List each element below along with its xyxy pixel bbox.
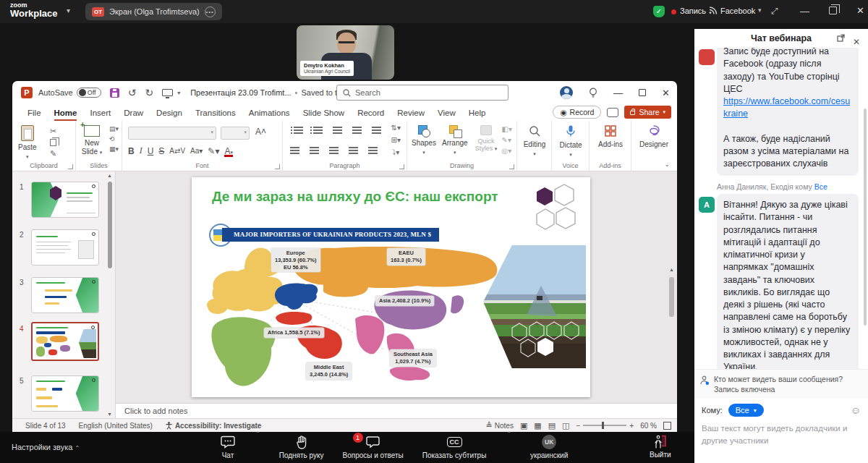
tab-design[interactable]: Design — [150, 106, 189, 119]
zoom-slider[interactable]: −+ — [576, 422, 634, 430]
change-case-icon[interactable]: Aa▾ — [190, 147, 203, 155]
notes-pane[interactable]: Click to add notes — [116, 403, 677, 418]
undo-icon[interactable]: ↺ — [128, 87, 137, 98]
tab-transitions[interactable]: Transitions — [189, 106, 242, 119]
share-button[interactable]: Share ▾ — [624, 106, 671, 119]
smartart-icon[interactable]: ⤵▾ — [391, 148, 401, 156]
tab-home[interactable]: Home — [48, 106, 84, 119]
font-color-button[interactable]: A▾ — [224, 146, 233, 156]
tab-slideshow[interactable]: Slide Show — [297, 106, 352, 119]
recipient-select[interactable]: Все▾ — [728, 404, 764, 417]
tab-insert[interactable]: Insert — [83, 106, 117, 119]
increase-font-icon[interactable]: A˄ — [255, 127, 266, 137]
italic-button[interactable]: I — [140, 145, 142, 156]
reset-icon[interactable]: ⟲ — [109, 135, 119, 143]
ribbon-options-chevron[interactable]: ▾ — [177, 90, 180, 96]
slide-thumbnail-3[interactable] — [31, 277, 99, 313]
pop-out-icon[interactable] — [837, 34, 845, 42]
align-text-icon[interactable]: ⊞▾ — [391, 136, 401, 144]
facebook-link[interactable]: https://www.facebook.com/cesukraine — [723, 96, 850, 119]
line-spacing-icon[interactable] — [372, 127, 381, 128]
search-input[interactable]: Search — [336, 85, 509, 101]
window-minimize-button[interactable]: — — [800, 6, 809, 17]
editing-button[interactable]: Editing▾ — [521, 125, 548, 157]
fullscreen-icon[interactable]: ⤢ — [771, 6, 778, 16]
highlight-icon[interactable]: ✎▾ — [208, 146, 219, 156]
shared-screen-tab[interactable]: OT Экран (Olga Trofimtseva) ••• — [85, 3, 222, 20]
autosave-toggle[interactable]: AutoSave Off — [38, 88, 101, 98]
window-restore-button[interactable] — [829, 7, 837, 14]
language-status[interactable]: English (United States) — [79, 422, 153, 430]
view-normal-icon[interactable]: ▣ — [520, 421, 527, 430]
chevron-down-icon[interactable]: ▾ — [67, 7, 70, 14]
tab-view[interactable]: View — [431, 106, 462, 119]
designer-button[interactable]: Designer — [639, 125, 669, 149]
shapes-button[interactable]: Shapes▾ — [412, 125, 436, 156]
record-button[interactable]: ◉ Record — [553, 106, 601, 119]
dialog-launcher-icon[interactable] — [509, 164, 514, 169]
format-painter-icon[interactable]: ✎ — [50, 149, 56, 158]
font-size-select[interactable] — [221, 127, 250, 140]
text-direction-icon[interactable]: ⇅▾ — [391, 124, 401, 132]
strikethrough-button[interactable]: S — [158, 146, 164, 156]
bullets-icon[interactable] — [294, 127, 303, 128]
tab-draw[interactable]: Draw — [117, 106, 150, 119]
fit-slide-icon[interactable] — [663, 422, 671, 430]
window-close-button[interactable]: ✕ — [856, 5, 864, 16]
comments-icon[interactable] — [607, 108, 618, 117]
arrange-button[interactable]: Arrange▾ — [442, 125, 468, 156]
tab-animations[interactable]: Animations — [242, 106, 297, 119]
quick-styles-button[interactable]: Quick Styles ▾ — [474, 125, 498, 153]
tab-record[interactable]: Record — [351, 106, 391, 119]
close-chat-icon[interactable]: ✕ — [853, 33, 860, 51]
font-name-select[interactable] — [128, 127, 216, 140]
tab-review[interactable]: Review — [391, 106, 431, 119]
align-right-icon[interactable] — [329, 147, 339, 148]
layout-icon[interactable]: ▤▾ — [109, 125, 119, 132]
thumbnail-scrollbar[interactable] — [108, 182, 112, 268]
add-ins-button[interactable]: Add-ins — [596, 125, 625, 149]
audio-settings-button[interactable]: Настройки звука ⌃ — [12, 443, 80, 451]
shape-outline-icon[interactable]: ✎▾ — [502, 136, 512, 144]
slide-thumbnail-2[interactable] — [31, 229, 99, 266]
cut-icon[interactable]: ✂ — [50, 127, 56, 136]
dictate-button[interactable]: Dictate▾ — [557, 125, 584, 158]
speaker-video-tile[interactable]: Dmytro Kokhan Ukrainian Agri Council — [297, 25, 394, 80]
shape-fill-icon[interactable]: ◧▾ — [502, 125, 512, 133]
security-shield-icon[interactable]: ✓ — [653, 6, 665, 17]
justify-icon[interactable] — [349, 147, 358, 148]
slide-thumbnail-4-selected[interactable] — [31, 322, 99, 361]
chat-input[interactable]: Ваш текст могут видеть докладчики и друг… — [694, 420, 868, 449]
save-icon[interactable] — [110, 88, 119, 98]
tab-file[interactable]: File — [21, 106, 48, 119]
slide-thumbnail-1[interactable] — [31, 182, 99, 218]
chat-options-caret[interactable]: ⌃ — [255, 430, 260, 437]
chat-button[interactable]: Чат — [221, 435, 235, 459]
character-spacing-icon[interactable]: A⇄V — [169, 147, 185, 155]
dialog-launcher-icon[interactable] — [399, 164, 404, 169]
columns-icon[interactable] — [368, 147, 378, 148]
scroll-up-icon[interactable]: ▲ — [107, 173, 112, 178]
emoji-icon[interactable]: ☺ — [851, 404, 861, 416]
scroll-down-icon[interactable]: ▼ — [107, 412, 112, 417]
view-sorter-icon[interactable]: ▦ — [534, 421, 541, 430]
leave-button[interactable]: Выйти — [650, 435, 671, 459]
new-slide-button[interactable]: New Slide ▾ — [79, 125, 105, 156]
section-icon[interactable]: ▦▾ — [109, 145, 119, 153]
tab-help[interactable]: Help — [462, 106, 493, 119]
bold-button[interactable]: B — [128, 146, 135, 156]
slide-canvas[interactable]: Де ми зараз на шляху до ЄС: наш експорт … — [192, 177, 590, 397]
slide-thumbnail-5[interactable] — [31, 375, 99, 412]
start-slideshow-icon[interactable] — [162, 89, 173, 96]
chevron-down-icon[interactable]: ▾ — [758, 7, 762, 14]
view-slideshow-icon[interactable]: ◫ — [562, 421, 569, 430]
lightbulb-icon[interactable] — [589, 88, 597, 98]
align-center-icon[interactable] — [310, 147, 319, 148]
zoom-level[interactable]: 60 % — [640, 422, 657, 430]
decrease-indent-icon[interactable] — [333, 127, 342, 128]
notes-toggle[interactable]: ≜Notes — [486, 421, 514, 430]
shape-effects-icon[interactable]: ◎▾ — [502, 147, 512, 155]
redo-icon[interactable]: ↻ — [145, 87, 153, 98]
interpretation-button[interactable]: UK украинский — [530, 435, 568, 459]
ppt-close-button[interactable]: ✕ — [662, 88, 670, 98]
